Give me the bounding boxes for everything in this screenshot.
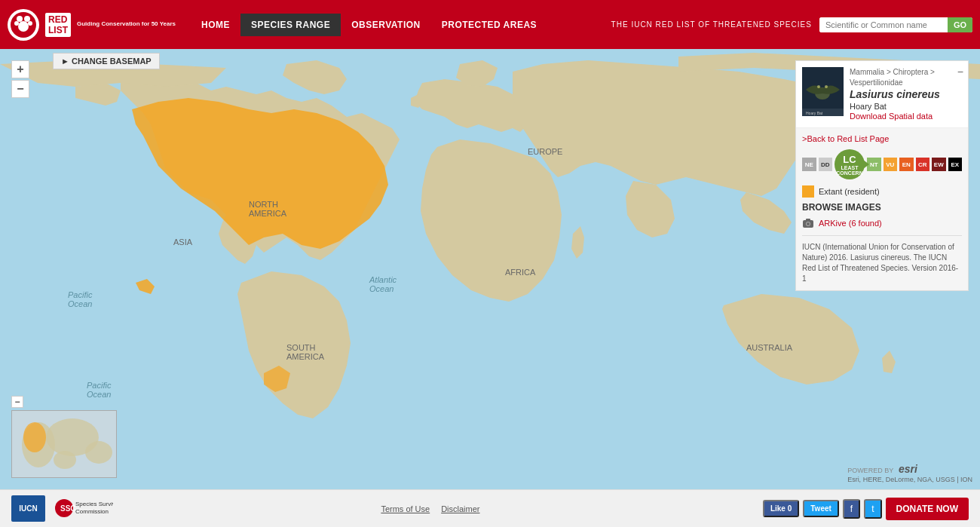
svg-point-1 (17, 16, 23, 22)
mini-map-svg (12, 411, 117, 478)
header-right: THE IUCN RED LIST OF THREATENED SPECIES … (611, 17, 972, 32)
svg-point-12 (23, 422, 46, 452)
social-buttons: Like 0 Tweet f t DONATE NOW (763, 498, 969, 520)
logo-area: REDLIST Guiding Conservation for 50 Year… (8, 9, 176, 41)
terms-link[interactable]: Terms of Use (381, 504, 430, 513)
legend-color-extant (802, 185, 814, 198)
disclaimer-link[interactable]: Disclaimer (441, 504, 479, 513)
footer: IUCN SSC Species Survival Commission Ter… (0, 489, 980, 527)
mini-map[interactable] (11, 410, 117, 478)
donate-now-button[interactable]: DONATE NOW (886, 498, 969, 520)
svg-point-3 (18, 21, 29, 32)
mini-map-collapse[interactable]: − (11, 396, 23, 408)
svg-point-21 (807, 222, 810, 225)
species-taxonomy: Mammalia > Chiroptera > Vespertilionidae (850, 67, 962, 88)
species-info: Mammalia > Chiroptera > Vespertilionidae… (850, 67, 962, 121)
header: REDLIST Guiding Conservation for 50 Year… (0, 0, 980, 49)
svg-text:Commission: Commission (75, 508, 109, 515)
map-zoom-controls: + − (11, 60, 29, 98)
bat-thumbnail-svg: Hoary Bat (802, 67, 844, 116)
ssc-footer-logo: SSC Species Survival Commission (53, 495, 113, 522)
basemap-toggle: ► CHANGE BASEMAP (53, 53, 160, 69)
facebook-share-button[interactable]: f (843, 499, 860, 519)
status-vu: VU (884, 158, 898, 171)
nav-home[interactable]: HOME (191, 14, 240, 36)
back-to-red-list-link[interactable]: >Back to Red List Page (802, 134, 962, 143)
search-go-button[interactable]: GO (948, 17, 972, 32)
legend-label-extant: Extant (resident) (819, 187, 880, 196)
iucn-logo-circle (8, 9, 39, 41)
zoom-in-button[interactable]: + (11, 60, 29, 78)
basemap-button[interactable]: ► CHANGE BASEMAP (53, 53, 160, 69)
twitter-tweet-button[interactable]: Tweet (803, 500, 839, 517)
lc-arrow (863, 160, 869, 169)
status-en: EN (899, 158, 914, 171)
logo-tagline: Guiding Conservation for 50 Years (77, 20, 176, 28)
svg-text:SSC: SSC (60, 504, 76, 513)
info-panel: Hoary Bat Mammalia > Chiroptera > Vesper… (795, 60, 969, 291)
species-common-name: Hoary Bat (850, 102, 962, 111)
status-bar: NE DD LC LEASTCONCERN NT VU EN CR EW EX (802, 149, 962, 179)
zoom-out-button[interactable]: − (11, 80, 29, 98)
nav-species-range[interactable]: SPECIES RANGE (240, 14, 341, 36)
svg-text:Species Survival: Species Survival (75, 501, 113, 507)
footer-links: Terms of Use Disclaimer (381, 504, 479, 513)
status-ew: EW (932, 158, 946, 171)
svg-rect-22 (806, 219, 810, 221)
svg-point-16 (825, 85, 828, 88)
status-lc-badge: LC LEASTCONCERN (835, 149, 865, 179)
browse-item: ARKive (6 found) (802, 217, 962, 229)
browse-images-title: BROWSE IMAGES (802, 202, 962, 213)
svg-point-11 (54, 451, 76, 469)
ssc-logo-svg: SSC Species Survival Commission (53, 495, 113, 522)
legend-item: Extant (resident) (802, 185, 962, 198)
nav-protected-areas[interactable]: PROTECTED AREAS (431, 14, 547, 36)
footer-logos: IUCN SSC Species Survival Commission (11, 495, 113, 522)
search-input[interactable] (819, 17, 948, 32)
svg-text:Hoary Bat: Hoary Bat (806, 111, 823, 115)
panel-close-button[interactable]: − (957, 66, 963, 78)
camera-icon (802, 217, 814, 229)
nav-observation[interactable]: OBSERVATION (341, 14, 431, 36)
twitter-share-button[interactable]: t (864, 499, 881, 519)
svg-point-4 (14, 21, 19, 26)
paw-icon (10, 11, 37, 38)
main-nav: HOME SPECIES RANGE OBSERVATION PROTECTED… (191, 14, 547, 36)
citation-text: IUCN (International Union for Conservati… (802, 235, 962, 284)
iucn-footer-logo: IUCN (11, 495, 45, 522)
search-bar: GO (819, 17, 972, 32)
download-spatial-link[interactable]: Download Spatial data (850, 112, 933, 121)
panel-body: >Back to Red List Page − NE DD LC LEASTC… (796, 128, 968, 290)
arkive-link[interactable]: ARKive (6 found) (819, 219, 882, 228)
status-dd: DD (819, 158, 833, 171)
svg-point-5 (28, 21, 32, 26)
status-ne: NE (802, 158, 816, 171)
iucn-tagline: THE IUCN RED LIST OF THREATENED SPECIES (611, 20, 812, 29)
status-lc-container: LC LEASTCONCERN (835, 149, 865, 179)
red-list-badge: REDLIST (45, 13, 71, 37)
status-cr: CR (916, 158, 930, 171)
svg-point-15 (817, 85, 820, 88)
map-credit: POWERED BY esri Esri, HERE, DeLorme, NGA… (847, 463, 972, 483)
species-scientific-name: Lasiurus cinereus (850, 88, 962, 100)
svg-point-10 (85, 441, 112, 464)
species-thumbnail: Hoary Bat (802, 67, 844, 116)
status-ex: EX (948, 158, 963, 171)
svg-point-2 (24, 16, 30, 22)
species-header: Hoary Bat Mammalia > Chiroptera > Vesper… (796, 61, 968, 128)
facebook-like-button[interactable]: Like 0 (763, 500, 799, 517)
